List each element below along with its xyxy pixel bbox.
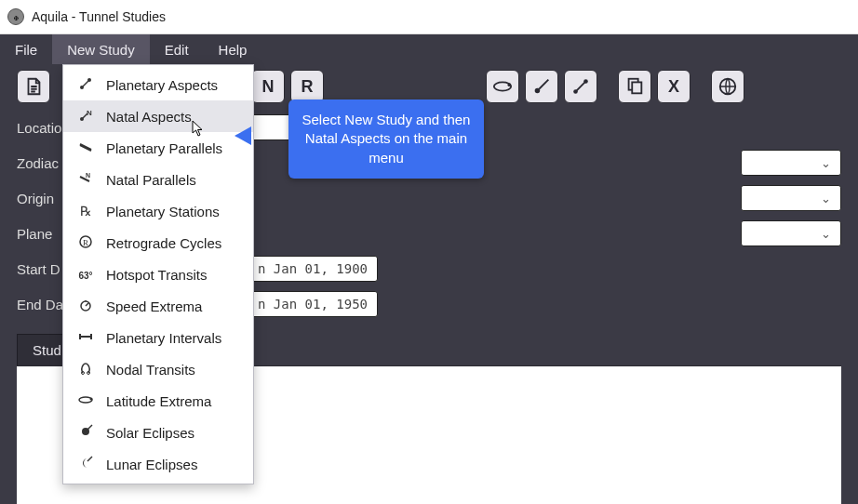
orbit-icon bbox=[492, 76, 513, 97]
speed-icon bbox=[76, 298, 95, 315]
svg-line-33 bbox=[87, 425, 92, 431]
retrograde-circle-icon: R bbox=[76, 234, 95, 252]
menu-help[interactable]: Help bbox=[204, 34, 262, 64]
tb-globe-button[interactable] bbox=[711, 70, 744, 103]
menu-item-planetary-intervals[interactable]: Planetary Intervals bbox=[63, 322, 253, 353]
segment-icon bbox=[570, 76, 591, 97]
tb-point-button[interactable] bbox=[525, 70, 558, 103]
callout-tip: Select New Study and then Natal Aspects … bbox=[288, 99, 484, 179]
menubar: File New Study Edit Help bbox=[0, 34, 858, 64]
point-line-icon bbox=[531, 76, 552, 97]
menu-item-label: Natal Parallels bbox=[106, 172, 196, 188]
svg-line-3 bbox=[539, 80, 548, 89]
svg-rect-8 bbox=[632, 82, 641, 93]
chevron-down-icon: ⌄ bbox=[821, 156, 831, 170]
new-study-dropdown: Planetary AspectsNNatal AspectsPlanetary… bbox=[62, 64, 254, 484]
menu-item-label: Solar Eclipses bbox=[106, 425, 194, 441]
node-icon bbox=[76, 361, 95, 378]
tb-n-button[interactable]: N bbox=[251, 70, 285, 103]
combo-origin[interactable]: ⌄ bbox=[741, 185, 841, 211]
label-end-date: End Da bbox=[17, 297, 65, 312]
menu-item-label: Lunar Eclipses bbox=[106, 457, 197, 472]
svg-point-1 bbox=[508, 83, 512, 86]
menu-item-retrograde-cycles[interactable]: RRetrograde Cycles bbox=[63, 227, 253, 259]
tb-segment-button[interactable] bbox=[564, 70, 597, 103]
copy-icon bbox=[624, 76, 645, 97]
natal-aspect-icon: N bbox=[76, 108, 95, 126]
label-plane: Plane bbox=[17, 226, 65, 242]
menu-item-label: Planetary Parallels bbox=[106, 140, 222, 156]
svg-line-23 bbox=[86, 303, 88, 306]
menu-item-planetary-aspects[interactable]: Planetary Aspects bbox=[63, 69, 253, 100]
label-start-date: Start D bbox=[17, 261, 65, 277]
menu-item-natal-parallels[interactable]: NNatal Parallels bbox=[63, 164, 253, 195]
window-title: Aquila - Tunnel Studies bbox=[32, 9, 166, 24]
menu-item-solar-eclipses[interactable]: Solar Eclipses bbox=[63, 417, 253, 448]
latitude-icon bbox=[76, 392, 95, 410]
menu-item-label: Nodal Transits bbox=[106, 362, 195, 378]
tb-r-button[interactable]: R bbox=[290, 70, 324, 103]
tb-x-button[interactable]: X bbox=[657, 70, 690, 103]
svg-line-12 bbox=[83, 81, 88, 86]
svg-line-34 bbox=[87, 457, 92, 461]
end-date-value: n Jan 01, 1950 bbox=[258, 297, 368, 312]
combo-plane[interactable]: ⌄ bbox=[741, 220, 841, 246]
menu-item-latitude-extrema[interactable]: Latitude Extrema bbox=[63, 385, 253, 417]
menu-edit[interactable]: Edit bbox=[150, 34, 204, 64]
degree-icon: 63° bbox=[76, 267, 95, 282]
svg-text:N: N bbox=[87, 109, 92, 117]
menu-item-label: Planetary Stations bbox=[106, 204, 220, 219]
callout-text: Select New Study and then Natal Aspects … bbox=[302, 112, 471, 166]
window-titlebar: 🜨 Aquila - Tunnel Studies bbox=[0, 0, 858, 34]
start-date-value: n Jan 01, 1900 bbox=[258, 261, 368, 276]
svg-text:N: N bbox=[86, 172, 90, 179]
menu-item-planetary-stations[interactable]: ℞Planetary Stations bbox=[63, 195, 253, 227]
menu-item-natal-aspects[interactable]: NNatal Aspects bbox=[63, 100, 253, 132]
label-origin: Origin bbox=[17, 191, 65, 206]
menu-item-label: Hotspot Transits bbox=[106, 267, 207, 283]
aspect-icon bbox=[76, 76, 95, 94]
tb-new-doc-button[interactable] bbox=[17, 70, 50, 103]
retrograde-icon: ℞ bbox=[76, 204, 95, 219]
svg-line-6 bbox=[576, 82, 584, 90]
menu-file[interactable]: File bbox=[0, 34, 52, 64]
globe-icon bbox=[717, 76, 738, 97]
callout-arrow-icon bbox=[235, 114, 300, 157]
menu-item-label: Latitude Extrema bbox=[106, 393, 211, 409]
svg-point-31 bbox=[90, 397, 93, 400]
menu-new-study[interactable]: New Study bbox=[52, 34, 150, 64]
lunar-eclipse-icon bbox=[76, 456, 95, 473]
chevron-down-icon: ⌄ bbox=[821, 227, 831, 241]
chevron-down-icon: ⌄ bbox=[821, 192, 831, 206]
letter-n-icon: N bbox=[262, 77, 275, 97]
menu-item-label: Speed Extrema bbox=[106, 298, 202, 314]
menu-item-hotspot-transits[interactable]: 63°Hotspot Transits bbox=[63, 259, 253, 290]
menu-item-nodal-transits[interactable]: Nodal Transits bbox=[63, 353, 253, 385]
tb-copy-button[interactable] bbox=[618, 70, 651, 103]
letter-x-icon: X bbox=[668, 77, 679, 97]
menu-item-speed-extrema[interactable]: Speed Extrema bbox=[63, 290, 253, 322]
menu-item-label: Planetary Aspects bbox=[106, 77, 218, 93]
svg-text:R: R bbox=[83, 238, 88, 247]
combo-zodiac[interactable]: ⌄ bbox=[741, 150, 841, 176]
natal-parallel-icon: N bbox=[76, 171, 95, 189]
letter-r-icon: R bbox=[302, 77, 314, 97]
menu-item-label: Planetary Intervals bbox=[106, 330, 221, 346]
app-icon: 🜨 bbox=[7, 8, 24, 25]
document-icon bbox=[23, 76, 44, 97]
tb-orbit-button[interactable] bbox=[486, 70, 519, 103]
menu-item-label: Natal Aspects bbox=[106, 109, 192, 125]
interval-icon bbox=[76, 329, 95, 347]
label-zodiac: Zodiac bbox=[17, 155, 65, 171]
menu-item-planetary-parallels[interactable]: Planetary Parallels bbox=[63, 132, 253, 164]
menu-item-label: Retrograde Cycles bbox=[106, 235, 221, 251]
solar-eclipse-icon bbox=[76, 424, 95, 442]
menu-item-lunar-eclipses[interactable]: Lunar Eclipses bbox=[63, 448, 253, 480]
parallel-icon bbox=[76, 139, 95, 157]
